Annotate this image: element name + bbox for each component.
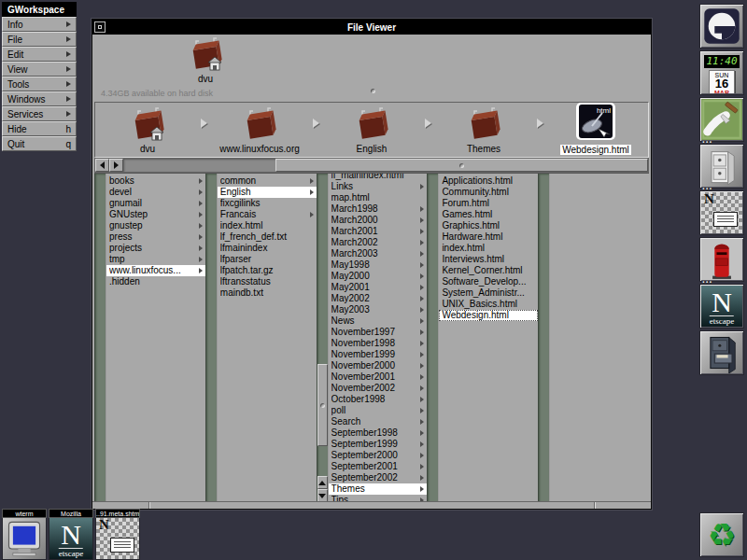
list-item-gnustep[interactable]: GNUstep <box>106 209 205 220</box>
list-item-may2003[interactable]: May2003 <box>329 304 428 315</box>
list-item-november2002[interactable]: November2002 <box>329 383 428 394</box>
column-scrollbar[interactable] <box>538 174 550 502</box>
menu-item-services[interactable]: Services <box>2 106 77 121</box>
column-scrollbar[interactable] <box>427 174 439 502</box>
list-item-march2001[interactable]: March2001 <box>329 226 428 237</box>
list-item-october1998[interactable]: October1998 <box>329 394 428 405</box>
list-item-index-html[interactable]: index.html <box>218 220 317 231</box>
list-item-games-html[interactable]: Games.html <box>439 209 538 220</box>
list-item-software-develop[interactable]: Software_Develop... <box>439 276 538 287</box>
list-item-projects[interactable]: projects <box>106 243 205 254</box>
list-item-september1999[interactable]: September1999 <box>329 439 428 450</box>
list-item-lfparser[interactable]: lfparser <box>218 254 317 265</box>
list-item-september2002[interactable]: September2002 <box>329 472 428 483</box>
list-item-fixcgilinks[interactable]: fixcgilinks <box>218 198 317 209</box>
list-item-webdesign-html[interactable]: Webdesign.html <box>439 310 538 321</box>
list-item-march2002[interactable]: March2002 <box>329 237 428 248</box>
list-item-lf-mainindex-html[interactable]: lf_mainindex.html <box>329 174 428 181</box>
scrollbar-knob[interactable] <box>317 364 328 446</box>
list-item-links[interactable]: Links <box>329 181 428 192</box>
scroll-down-button[interactable] <box>317 489 328 502</box>
list-item-francais[interactable]: Francais <box>218 209 317 220</box>
dock-tile-drawer-dark[interactable] <box>699 330 744 375</box>
list-item-september2001[interactable]: September2001 <box>329 461 428 472</box>
scroll-up-button[interactable] <box>317 476 328 489</box>
list-item-hardware-html[interactable]: Hardware.html <box>439 231 538 243</box>
list-item-gnustep[interactable]: gnustep <box>106 220 205 231</box>
list-item-november2001[interactable]: November2001 <box>329 371 428 383</box>
shelf-item-english[interactable]: English <box>327 106 416 154</box>
scroll-right-button[interactable] <box>109 159 123 172</box>
list-item-english[interactable]: English <box>218 187 317 198</box>
list-item-graphics-html[interactable]: Graphics.html <box>439 220 538 231</box>
shelf-item-themes[interactable]: Themes <box>439 106 529 154</box>
dock-tile-postbox[interactable] <box>699 237 744 282</box>
list-item-november2000[interactable]: November2000 <box>329 360 428 371</box>
list-item-tmp[interactable]: tmp <box>106 254 205 265</box>
menu-item-hide[interactable]: Hideh <box>2 121 77 136</box>
list-item-may1998[interactable]: May1998 <box>329 259 428 271</box>
menu-title[interactable]: GWorkspace <box>2 2 77 17</box>
shelf-item-dvu[interactable]: dvu <box>103 106 192 154</box>
list-item-forum-html[interactable]: Forum.html <box>439 198 538 209</box>
list-item-applications-html[interactable]: Applications.html <box>439 175 538 187</box>
dock-tile-recycler[interactable]: ♻ <box>699 512 744 557</box>
shelf-horizontal-scrollbar[interactable] <box>94 158 649 173</box>
list-item-index-html[interactable]: index.html <box>439 243 538 254</box>
menu-item-info[interactable]: Info <box>2 17 77 32</box>
list-item-system-administr[interactable]: System_Administr... <box>439 287 538 299</box>
list-item-books[interactable]: books <box>106 175 205 187</box>
list-item-common[interactable]: common <box>218 175 317 187</box>
dock-tile-netscape-compose[interactable]: N <box>699 190 744 235</box>
list-item-interviews-html[interactable]: Interviews.html <box>439 254 538 265</box>
list-item-www-linuxfocus[interactable]: www.linuxfocus... <box>106 265 205 276</box>
list-item-lftransstatus[interactable]: lftransstatus <box>218 276 317 287</box>
dock-tile-paint-hand[interactable] <box>699 97 744 142</box>
column-scrollbar[interactable] <box>205 174 218 502</box>
menu-item-view[interactable]: View <box>2 62 77 77</box>
list-item-lf-french-def-txt[interactable]: lf_french_def.txt <box>218 231 317 243</box>
list-item-september1998[interactable]: September1998 <box>329 427 428 439</box>
list-item-maindb-txt[interactable]: maindb.txt <box>218 287 317 299</box>
menu-item-quit[interactable]: Quitq <box>2 136 77 151</box>
list-item-news[interactable]: News <box>329 315 428 327</box>
miniwindow-wterm[interactable]: wterm <box>2 509 47 560</box>
menu-item-file[interactable]: File <box>2 32 77 47</box>
list-item-press[interactable]: press <box>106 231 205 243</box>
scrollbar-track[interactable] <box>123 159 648 172</box>
menu-item-edit[interactable]: Edit <box>2 47 77 62</box>
menu-item-tools[interactable]: Tools <box>2 77 77 91</box>
list-item-community-html[interactable]: Community.html <box>439 187 538 198</box>
window-titlebar[interactable]: File Viewer <box>92 20 651 35</box>
dock-tile-clock-calendar[interactable]: 11:40SUN16MAR <box>699 50 744 95</box>
list-item-gnumail[interactable]: gnumail <box>106 198 205 209</box>
list-item-november1999[interactable]: November1999 <box>329 349 428 360</box>
scrollbar-knob[interactable] <box>275 159 648 172</box>
dock-tile-windowmaker-logo[interactable] <box>699 4 744 49</box>
list-item-november1998[interactable]: November1998 <box>329 338 428 349</box>
list-item-may2000[interactable]: May2000 <box>329 271 428 282</box>
shelf-item-webdesign-html[interactable]: html Webdesign.html <box>551 103 641 157</box>
list-item-lfmainindex[interactable]: lfmainindex <box>218 243 317 254</box>
window-resizebar[interactable] <box>92 501 651 509</box>
miniwindow-mozilla[interactable]: Mozilla Netscape <box>49 509 93 560</box>
list-item-lfpatch-tar-gz[interactable]: lfpatch.tar.gz <box>218 265 317 276</box>
list-item-devel[interactable]: devel <box>106 187 205 198</box>
miniaturize-button[interactable] <box>94 21 106 33</box>
menu-item-windows[interactable]: Windows <box>2 91 77 106</box>
scroll-left-button[interactable] <box>95 159 109 172</box>
list-item-march1998[interactable]: March1998 <box>329 203 428 215</box>
list-item-may2002[interactable]: May2002 <box>329 293 428 304</box>
column-scrollbar[interactable] <box>94 174 106 502</box>
list-item-poll[interactable]: poll <box>329 405 428 416</box>
list-item-unix-basics-html[interactable]: UNIX_Basics.html <box>439 299 538 310</box>
dock-tile-netscape[interactable]: Netscape <box>699 284 744 329</box>
list-item-may2001[interactable]: May2001 <box>329 282 428 293</box>
dock-tile-file-cabinet-white[interactable] <box>699 144 744 189</box>
column-scrollbar[interactable] <box>317 174 329 502</box>
miniwindow-91-meta-shtml[interactable]: ..91.meta.shtml N <box>95 509 140 560</box>
current-folder-icon-slot[interactable]: dvu <box>184 36 227 84</box>
list-item-search[interactable]: Search <box>329 416 428 427</box>
list-item-march2003[interactable]: March2003 <box>329 248 428 259</box>
list-item-september2000[interactable]: September2000 <box>329 450 428 461</box>
